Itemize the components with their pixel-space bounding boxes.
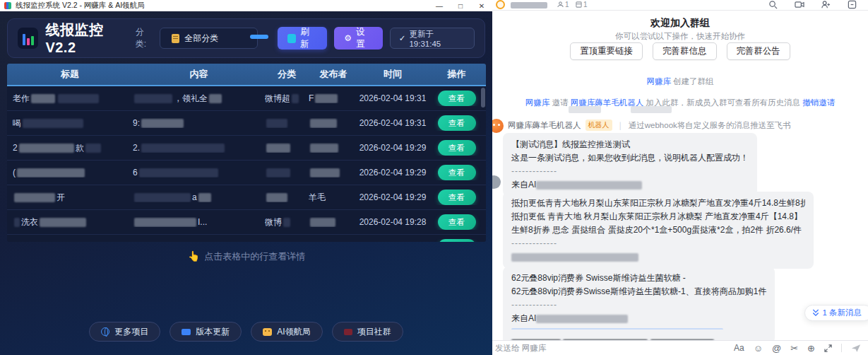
member-count-badge[interactable]: 1 bbox=[557, 1, 569, 8]
table-row[interactable]: 2款 2. 2026-02-04 19:29 查看 bbox=[7, 136, 486, 161]
screen: 线报监控系统 V2.2 - 网赚库 & AI领航局 — □ ✕ 线报监控 V2.… bbox=[0, 0, 868, 355]
censored-text bbox=[141, 119, 184, 128]
chat-header: 1 1 bbox=[492, 0, 868, 11]
more-projects-button[interactable]: 更多项目 bbox=[89, 322, 160, 342]
view-button[interactable]: 查看 bbox=[438, 239, 476, 242]
tab-count-badge[interactable]: 1 bbox=[576, 1, 588, 8]
ai-hub-button[interactable]: AI领航局 bbox=[251, 322, 322, 342]
censored-text bbox=[511, 253, 638, 262]
video-call-icon[interactable] bbox=[795, 0, 804, 9]
new-message-badge[interactable]: 1 条新消息 bbox=[804, 305, 868, 321]
chat-window: 1 1 欢迎加入群组 你可以尝试以下操作，快速开始协作 置顶重要链接 完善群信息… bbox=[492, 0, 868, 355]
community-icon bbox=[344, 329, 352, 335]
page-title: 线报监控 V2.2 bbox=[45, 21, 135, 56]
table-hint: 👆点击表格中的行查看详情 bbox=[7, 250, 486, 263]
pointing-hand-icon: 👆 bbox=[188, 250, 200, 262]
expand-icon[interactable] bbox=[824, 344, 832, 352]
font-style-icon[interactable]: Aa bbox=[734, 343, 744, 353]
deals-table: 标题 内容 分类 发布者 时间 操作 老作 ，领礼全 微博超 F 2026-02… bbox=[7, 64, 486, 242]
system-message-created: 网赚库 创建了群组 bbox=[492, 76, 868, 87]
view-button[interactable]: 查看 bbox=[438, 91, 476, 106]
col-category: 分类 bbox=[265, 68, 309, 81]
censored-text bbox=[139, 168, 218, 178]
version-update-button[interactable]: 版本更新 bbox=[170, 322, 242, 342]
system-message-invite: 网赚库 邀请 网赚库薅羊毛机器人 加入此群，新成员入群可查看所有历史消息 撤销邀… bbox=[492, 98, 868, 108]
chart-logo-icon bbox=[18, 28, 38, 49]
monitor-icon bbox=[182, 329, 191, 335]
table-row[interactable]: 老作 ，领礼全 微博超 F 2026-02-04 19:31 查看 bbox=[7, 86, 486, 111]
table-row[interactable]: 开 a 羊毛 2026-02-04 19:29 查看 bbox=[7, 185, 486, 210]
censored-text bbox=[141, 144, 225, 153]
censored-text bbox=[14, 193, 55, 202]
censored-text bbox=[14, 218, 20, 227]
censored-text bbox=[40, 218, 86, 227]
add-member-icon[interactable] bbox=[821, 0, 831, 9]
col-action: 操作 bbox=[427, 68, 486, 81]
window-title: 线报监控系统 V2.2 - 网赚库 & AI领航局 bbox=[16, 1, 145, 11]
close-button[interactable]: ✕ bbox=[471, 2, 492, 10]
pin-link-button[interactable]: 置顶重要链接 bbox=[570, 42, 643, 60]
bot-badge: 机器人 bbox=[585, 120, 612, 131]
gear-icon: ⚙ bbox=[344, 33, 352, 43]
category-select[interactable]: 全部分类 bbox=[160, 28, 257, 49]
group-avatar[interactable] bbox=[496, 0, 505, 9]
table-row[interactable]: 洗衣 I... 微博 2026-02-04 19:28 查看 bbox=[7, 210, 486, 235]
censored-text bbox=[310, 168, 340, 178]
welcome-subtitle: 你可以尝试以下操作，快速开始协作 bbox=[492, 31, 868, 42]
select-indicator bbox=[250, 35, 268, 39]
welcome-actions: 置顶重要链接 完善群信息 完善群公告 bbox=[492, 42, 868, 60]
settings-button[interactable]: ⚙ 设置 bbox=[334, 27, 383, 50]
col-publisher: 发布者 bbox=[309, 68, 358, 81]
chevrons-down-icon bbox=[812, 309, 819, 317]
send-button[interactable] bbox=[851, 344, 861, 353]
censored-text bbox=[23, 119, 83, 128]
emoji-icon[interactable]: ☺ bbox=[754, 343, 763, 354]
message-composer[interactable]: 发送给 网赚库 Aa ☺ @ ✂ ⊕ bbox=[492, 340, 868, 355]
table-row[interactable]: 喝 9: 2026-02-04 19:31 查看 bbox=[7, 111, 486, 136]
robot-icon bbox=[263, 328, 272, 336]
view-button[interactable]: 查看 bbox=[438, 165, 476, 180]
view-button[interactable]: 查看 bbox=[438, 140, 476, 156]
table-row[interactable]: ( 6 2026-02-04 19:29 查看 bbox=[7, 161, 486, 185]
censored-text bbox=[266, 193, 287, 202]
attach-icon[interactable]: ⊕ bbox=[807, 343, 815, 354]
censored-text bbox=[315, 94, 338, 103]
minimize-button[interactable]: — bbox=[429, 2, 450, 10]
view-button[interactable]: 查看 bbox=[438, 214, 476, 230]
edit-announcement-button[interactable]: 完善群公告 bbox=[727, 42, 791, 60]
refresh-icon bbox=[287, 34, 297, 43]
more-settings-icon[interactable] bbox=[848, 0, 857, 9]
table-scrollbar[interactable] bbox=[481, 88, 485, 107]
doc-icon bbox=[172, 34, 179, 43]
community-button[interactable]: 项目社群 bbox=[332, 322, 403, 342]
censored-text bbox=[198, 193, 211, 202]
app-icon bbox=[4, 2, 11, 9]
window-titlebar: 线报监控系统 V2.2 - 网赚库 & AI领航局 — □ ✕ bbox=[0, 0, 492, 11]
table-header: 标题 内容 分类 发布者 时间 操作 bbox=[7, 64, 486, 86]
inviter-link[interactable]: 网赚库 bbox=[525, 98, 550, 107]
bot-avatar[interactable] bbox=[492, 119, 504, 133]
revoke-invite-link[interactable]: 撤销邀请 bbox=[802, 98, 835, 107]
table-row[interactable]: 查看 bbox=[7, 235, 486, 242]
monitor-app-window: 线报监控系统 V2.2 - 网赚库 & AI领航局 — □ ✕ 线报监控 V2.… bbox=[0, 0, 492, 355]
message-bubble[interactable]: 抵扣更低青青大地秋月梨山东莱阳正宗秋月冰糖梨产地直发净重4斤14.8生鲜8折券 … bbox=[503, 192, 814, 269]
screenshot-icon[interactable]: ✂ bbox=[790, 343, 798, 354]
edit-group-info-button[interactable]: 完善群信息 bbox=[653, 42, 717, 60]
maximize-button[interactable]: □ bbox=[450, 2, 471, 10]
tag-icon bbox=[576, 1, 582, 8]
col-content: 内容 bbox=[133, 68, 265, 81]
person-icon bbox=[557, 1, 564, 8]
censored-text bbox=[58, 94, 99, 103]
refresh-button[interactable]: 刷新 bbox=[278, 27, 328, 50]
censored-text bbox=[134, 94, 172, 103]
view-button[interactable]: 查看 bbox=[438, 115, 476, 131]
censored-text bbox=[631, 106, 672, 113]
view-button[interactable]: 查看 bbox=[438, 190, 476, 205]
mention-icon[interactable]: @ bbox=[772, 343, 781, 354]
creator-link[interactable]: 网赚库 bbox=[646, 77, 671, 86]
search-icon[interactable] bbox=[768, 0, 778, 9]
bot-description: 通过webhook将自定义服务的消息推送至飞书 bbox=[629, 120, 791, 131]
sender-name[interactable]: 网赚库薅羊毛机器人 bbox=[508, 120, 581, 131]
globe-icon bbox=[101, 327, 109, 336]
message-bubble[interactable]: 【测试消息】线报监控推送测试 这是一条测试消息，如果您收到此消息，说明机器人配置… bbox=[503, 133, 757, 197]
